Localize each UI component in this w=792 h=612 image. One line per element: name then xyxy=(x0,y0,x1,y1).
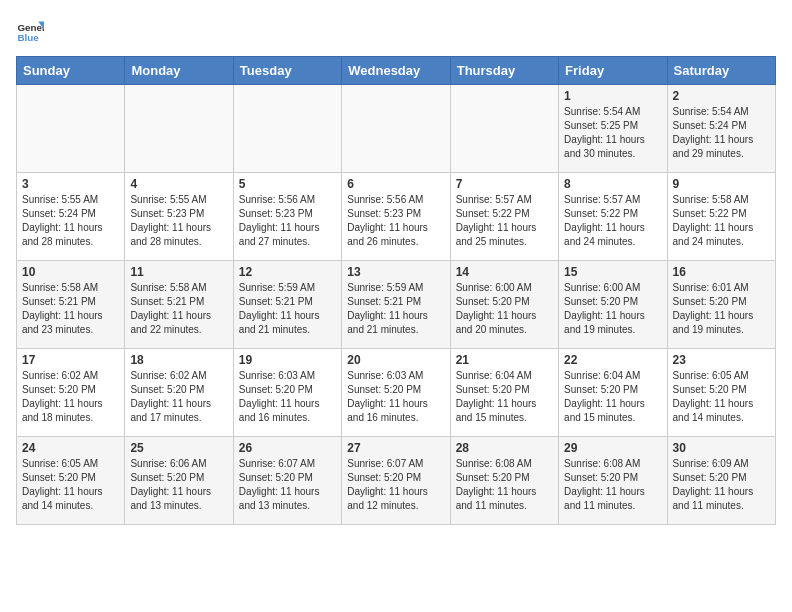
calendar-week-row: 17Sunrise: 6:02 AM Sunset: 5:20 PM Dayli… xyxy=(17,349,776,437)
day-number: 16 xyxy=(673,265,770,279)
calendar-cell: 29Sunrise: 6:08 AM Sunset: 5:20 PM Dayli… xyxy=(559,437,667,525)
calendar-cell: 3Sunrise: 5:55 AM Sunset: 5:24 PM Daylig… xyxy=(17,173,125,261)
day-number: 15 xyxy=(564,265,661,279)
day-info: Sunrise: 5:58 AM Sunset: 5:22 PM Dayligh… xyxy=(673,193,770,249)
day-number: 4 xyxy=(130,177,227,191)
calendar-cell: 27Sunrise: 6:07 AM Sunset: 5:20 PM Dayli… xyxy=(342,437,450,525)
day-number: 29 xyxy=(564,441,661,455)
day-info: Sunrise: 6:07 AM Sunset: 5:20 PM Dayligh… xyxy=(347,457,444,513)
calendar-cell xyxy=(342,85,450,173)
day-number: 20 xyxy=(347,353,444,367)
calendar-cell: 26Sunrise: 6:07 AM Sunset: 5:20 PM Dayli… xyxy=(233,437,341,525)
weekday-header: Wednesday xyxy=(342,57,450,85)
day-info: Sunrise: 6:07 AM Sunset: 5:20 PM Dayligh… xyxy=(239,457,336,513)
day-number: 9 xyxy=(673,177,770,191)
calendar-cell: 30Sunrise: 6:09 AM Sunset: 5:20 PM Dayli… xyxy=(667,437,775,525)
day-info: Sunrise: 6:03 AM Sunset: 5:20 PM Dayligh… xyxy=(347,369,444,425)
day-info: Sunrise: 5:59 AM Sunset: 5:21 PM Dayligh… xyxy=(347,281,444,337)
weekday-header: Thursday xyxy=(450,57,558,85)
day-number: 7 xyxy=(456,177,553,191)
day-info: Sunrise: 5:57 AM Sunset: 5:22 PM Dayligh… xyxy=(456,193,553,249)
weekday-header: Friday xyxy=(559,57,667,85)
day-info: Sunrise: 5:54 AM Sunset: 5:24 PM Dayligh… xyxy=(673,105,770,161)
calendar-week-row: 1Sunrise: 5:54 AM Sunset: 5:25 PM Daylig… xyxy=(17,85,776,173)
weekday-header: Tuesday xyxy=(233,57,341,85)
day-info: Sunrise: 5:56 AM Sunset: 5:23 PM Dayligh… xyxy=(347,193,444,249)
calendar-cell xyxy=(17,85,125,173)
day-info: Sunrise: 5:56 AM Sunset: 5:23 PM Dayligh… xyxy=(239,193,336,249)
calendar-cell: 24Sunrise: 6:05 AM Sunset: 5:20 PM Dayli… xyxy=(17,437,125,525)
day-number: 1 xyxy=(564,89,661,103)
weekday-header: Saturday xyxy=(667,57,775,85)
day-number: 26 xyxy=(239,441,336,455)
calendar-cell: 28Sunrise: 6:08 AM Sunset: 5:20 PM Dayli… xyxy=(450,437,558,525)
day-number: 18 xyxy=(130,353,227,367)
day-info: Sunrise: 6:01 AM Sunset: 5:20 PM Dayligh… xyxy=(673,281,770,337)
day-number: 24 xyxy=(22,441,119,455)
day-number: 30 xyxy=(673,441,770,455)
calendar-cell: 2Sunrise: 5:54 AM Sunset: 5:24 PM Daylig… xyxy=(667,85,775,173)
calendar-week-row: 3Sunrise: 5:55 AM Sunset: 5:24 PM Daylig… xyxy=(17,173,776,261)
calendar-cell xyxy=(125,85,233,173)
day-info: Sunrise: 6:09 AM Sunset: 5:20 PM Dayligh… xyxy=(673,457,770,513)
day-info: Sunrise: 5:55 AM Sunset: 5:24 PM Dayligh… xyxy=(22,193,119,249)
day-info: Sunrise: 6:02 AM Sunset: 5:20 PM Dayligh… xyxy=(22,369,119,425)
day-number: 6 xyxy=(347,177,444,191)
calendar-cell: 6Sunrise: 5:56 AM Sunset: 5:23 PM Daylig… xyxy=(342,173,450,261)
day-info: Sunrise: 6:00 AM Sunset: 5:20 PM Dayligh… xyxy=(456,281,553,337)
calendar-cell: 22Sunrise: 6:04 AM Sunset: 5:20 PM Dayli… xyxy=(559,349,667,437)
day-info: Sunrise: 5:58 AM Sunset: 5:21 PM Dayligh… xyxy=(130,281,227,337)
calendar-cell: 14Sunrise: 6:00 AM Sunset: 5:20 PM Dayli… xyxy=(450,261,558,349)
calendar-cell: 17Sunrise: 6:02 AM Sunset: 5:20 PM Dayli… xyxy=(17,349,125,437)
day-info: Sunrise: 6:00 AM Sunset: 5:20 PM Dayligh… xyxy=(564,281,661,337)
calendar-cell: 15Sunrise: 6:00 AM Sunset: 5:20 PM Dayli… xyxy=(559,261,667,349)
day-number: 5 xyxy=(239,177,336,191)
calendar-cell: 8Sunrise: 5:57 AM Sunset: 5:22 PM Daylig… xyxy=(559,173,667,261)
day-info: Sunrise: 6:05 AM Sunset: 5:20 PM Dayligh… xyxy=(22,457,119,513)
page-header: General Blue xyxy=(16,16,776,44)
day-number: 2 xyxy=(673,89,770,103)
calendar-cell: 12Sunrise: 5:59 AM Sunset: 5:21 PM Dayli… xyxy=(233,261,341,349)
logo-icon: General Blue xyxy=(16,16,44,44)
calendar-cell: 7Sunrise: 5:57 AM Sunset: 5:22 PM Daylig… xyxy=(450,173,558,261)
day-info: Sunrise: 6:04 AM Sunset: 5:20 PM Dayligh… xyxy=(564,369,661,425)
calendar-cell: 19Sunrise: 6:03 AM Sunset: 5:20 PM Dayli… xyxy=(233,349,341,437)
calendar-cell: 9Sunrise: 5:58 AM Sunset: 5:22 PM Daylig… xyxy=(667,173,775,261)
day-number: 23 xyxy=(673,353,770,367)
day-number: 21 xyxy=(456,353,553,367)
calendar-cell xyxy=(233,85,341,173)
day-info: Sunrise: 5:57 AM Sunset: 5:22 PM Dayligh… xyxy=(564,193,661,249)
day-info: Sunrise: 6:06 AM Sunset: 5:20 PM Dayligh… xyxy=(130,457,227,513)
calendar-table: SundayMondayTuesdayWednesdayThursdayFrid… xyxy=(16,56,776,525)
svg-text:Blue: Blue xyxy=(17,32,39,43)
day-number: 11 xyxy=(130,265,227,279)
day-info: Sunrise: 5:58 AM Sunset: 5:21 PM Dayligh… xyxy=(22,281,119,337)
day-number: 13 xyxy=(347,265,444,279)
day-number: 12 xyxy=(239,265,336,279)
day-number: 22 xyxy=(564,353,661,367)
calendar-cell: 4Sunrise: 5:55 AM Sunset: 5:23 PM Daylig… xyxy=(125,173,233,261)
calendar-cell: 20Sunrise: 6:03 AM Sunset: 5:20 PM Dayli… xyxy=(342,349,450,437)
calendar-cell: 10Sunrise: 5:58 AM Sunset: 5:21 PM Dayli… xyxy=(17,261,125,349)
calendar-cell: 16Sunrise: 6:01 AM Sunset: 5:20 PM Dayli… xyxy=(667,261,775,349)
calendar-week-row: 24Sunrise: 6:05 AM Sunset: 5:20 PM Dayli… xyxy=(17,437,776,525)
calendar-cell: 13Sunrise: 5:59 AM Sunset: 5:21 PM Dayli… xyxy=(342,261,450,349)
day-info: Sunrise: 6:05 AM Sunset: 5:20 PM Dayligh… xyxy=(673,369,770,425)
calendar-cell: 1Sunrise: 5:54 AM Sunset: 5:25 PM Daylig… xyxy=(559,85,667,173)
day-number: 8 xyxy=(564,177,661,191)
logo: General Blue xyxy=(16,16,44,44)
day-number: 14 xyxy=(456,265,553,279)
calendar-cell: 23Sunrise: 6:05 AM Sunset: 5:20 PM Dayli… xyxy=(667,349,775,437)
calendar-cell xyxy=(450,85,558,173)
day-info: Sunrise: 5:54 AM Sunset: 5:25 PM Dayligh… xyxy=(564,105,661,161)
day-number: 28 xyxy=(456,441,553,455)
calendar-cell: 21Sunrise: 6:04 AM Sunset: 5:20 PM Dayli… xyxy=(450,349,558,437)
calendar-header-row: SundayMondayTuesdayWednesdayThursdayFrid… xyxy=(17,57,776,85)
weekday-header: Sunday xyxy=(17,57,125,85)
day-number: 17 xyxy=(22,353,119,367)
day-info: Sunrise: 6:03 AM Sunset: 5:20 PM Dayligh… xyxy=(239,369,336,425)
calendar-cell: 18Sunrise: 6:02 AM Sunset: 5:20 PM Dayli… xyxy=(125,349,233,437)
day-info: Sunrise: 6:08 AM Sunset: 5:20 PM Dayligh… xyxy=(564,457,661,513)
day-number: 3 xyxy=(22,177,119,191)
day-info: Sunrise: 6:04 AM Sunset: 5:20 PM Dayligh… xyxy=(456,369,553,425)
